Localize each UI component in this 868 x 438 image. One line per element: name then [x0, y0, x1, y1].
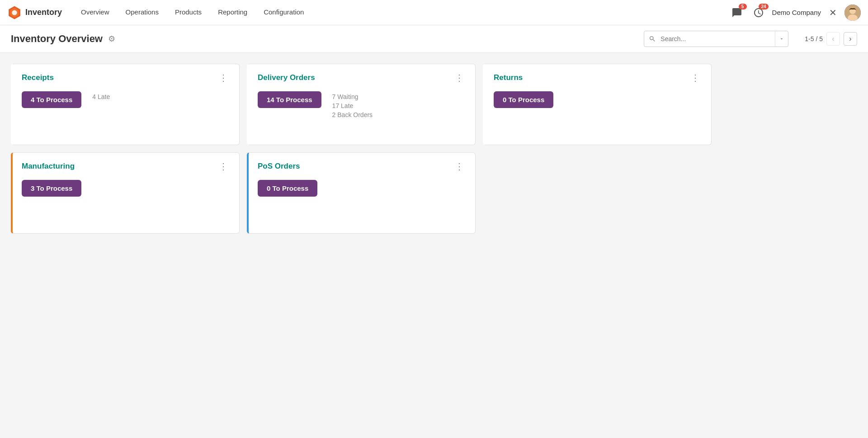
- card-receipts-title[interactable]: Receipts: [22, 73, 54, 82]
- avatar-image: [844, 5, 861, 21]
- nav-item-operations[interactable]: Operations: [118, 0, 167, 25]
- card-receipts: Receipts ⋮ 4 To Process 4 Late: [11, 64, 240, 145]
- brand-name: Inventory: [25, 8, 62, 17]
- card-receipts-stats: 4 Late: [92, 91, 110, 100]
- card-pos-title[interactable]: PoS Orders: [258, 162, 300, 171]
- navbar-right: 5 24 Demo Company ✕: [729, 5, 861, 21]
- main-content: Receipts ⋮ 4 To Process 4 Late Delivery …: [0, 53, 868, 438]
- card-returns-menu[interactable]: ⋮: [689, 73, 702, 82]
- receipts-process-button[interactable]: 4 To Process: [22, 91, 81, 108]
- avatar[interactable]: [844, 5, 861, 21]
- search-input[interactable]: [660, 35, 775, 42]
- pagination: 1-5 / 5 ‹ ›: [805, 32, 857, 46]
- receipts-stat-late: 4 Late: [92, 93, 110, 100]
- brand[interactable]: Inventory: [7, 5, 62, 20]
- pagination-next-button[interactable]: ›: [844, 32, 857, 46]
- activity-badge: 24: [759, 4, 768, 9]
- card-manufacturing-header: Manufacturing ⋮: [22, 162, 230, 171]
- delivery-stat-backorders: 2 Back Orders: [332, 111, 373, 118]
- nav-items: Overview Operations Products Reporting C…: [73, 0, 729, 25]
- card-delivery-body: 14 To Process 7 Waiting 17 Late 2 Back O…: [258, 91, 466, 118]
- pagination-info: 1-5 / 5: [805, 35, 823, 42]
- pos-process-button[interactable]: 0 To Process: [258, 180, 317, 197]
- navbar: Inventory Overview Operations Products R…: [0, 0, 868, 25]
- delivery-process-button[interactable]: 14 To Process: [258, 91, 321, 108]
- card-pos-menu[interactable]: ⋮: [453, 162, 466, 171]
- page-title: Inventory Overview: [11, 33, 103, 45]
- card-returns: Returns ⋮ 0 To Process: [483, 64, 712, 145]
- delivery-stat-waiting: 7 Waiting: [332, 93, 373, 100]
- returns-process-button[interactable]: 0 To Process: [494, 91, 553, 108]
- card-manufacturing-body: 3 To Process: [22, 180, 230, 197]
- wrench-icon[interactable]: ✕: [826, 6, 839, 19]
- company-name[interactable]: Demo Company: [772, 9, 821, 16]
- svg-point-2: [12, 10, 17, 15]
- nav-item-reporting[interactable]: Reporting: [210, 0, 255, 25]
- search-container: [644, 31, 788, 47]
- activity-button[interactable]: 24: [750, 5, 767, 21]
- card-pos-header: PoS Orders ⋮: [258, 162, 466, 171]
- search-magnifier-icon: [649, 35, 656, 42]
- card-returns-header: Returns ⋮: [494, 73, 702, 82]
- card-receipts-menu[interactable]: ⋮: [217, 73, 230, 82]
- card-pos-orders: PoS Orders ⋮ 0 To Process: [247, 152, 476, 234]
- card-delivery-header: Delivery Orders ⋮: [258, 73, 466, 82]
- card-pos-body: 0 To Process: [258, 180, 466, 197]
- card-receipts-header: Receipts ⋮: [22, 73, 230, 82]
- messages-button[interactable]: 5: [729, 5, 745, 21]
- brand-logo: [7, 5, 22, 20]
- settings-icon[interactable]: ⚙: [108, 34, 115, 44]
- card-delivery-stats: 7 Waiting 17 Late 2 Back Orders: [332, 91, 373, 118]
- card-returns-title[interactable]: Returns: [494, 73, 523, 82]
- search-icon: [644, 35, 660, 42]
- card-returns-body: 0 To Process: [494, 91, 702, 108]
- card-manufacturing: Manufacturing ⋮ 3 To Process: [11, 152, 240, 234]
- card-delivery-menu[interactable]: ⋮: [453, 73, 466, 82]
- card-receipts-body: 4 To Process 4 Late: [22, 91, 230, 108]
- card-manufacturing-title[interactable]: Manufacturing: [22, 162, 75, 171]
- manufacturing-process-button[interactable]: 3 To Process: [22, 180, 81, 197]
- subheader: Inventory Overview ⚙ 1-5 / 5 ‹ ›: [0, 25, 868, 53]
- pagination-prev-button[interactable]: ‹: [826, 32, 840, 46]
- delivery-stat-late: 17 Late: [332, 102, 373, 109]
- card-delivery-orders: Delivery Orders ⋮ 14 To Process 7 Waitin…: [247, 64, 476, 145]
- card-grid: Receipts ⋮ 4 To Process 4 Late Delivery …: [11, 64, 712, 234]
- nav-item-products[interactable]: Products: [167, 0, 210, 25]
- search-dropdown-arrow[interactable]: [775, 31, 788, 47]
- messages-badge: 5: [739, 4, 747, 9]
- card-delivery-title[interactable]: Delivery Orders: [258, 73, 315, 82]
- nav-item-overview[interactable]: Overview: [73, 0, 118, 25]
- card-manufacturing-menu[interactable]: ⋮: [217, 162, 230, 171]
- nav-item-configuration[interactable]: Configuration: [255, 0, 312, 25]
